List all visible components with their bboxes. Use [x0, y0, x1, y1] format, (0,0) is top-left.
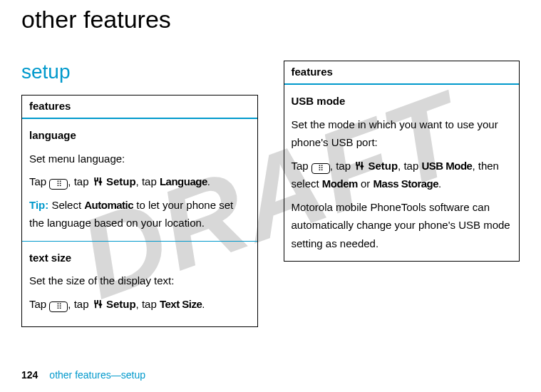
- path-setup-label: Setup: [103, 298, 136, 310]
- feature-row-language: language Set menu language: Tap , tap Se…: [22, 119, 257, 242]
- path-text: Tap: [29, 298, 49, 310]
- right-column: features USB mode Set the mode in which …: [284, 61, 520, 327]
- feature-path-language: Tap , tap Setup, tap Language.: [29, 172, 250, 191]
- feature-desc-language: Set menu language:: [29, 150, 250, 168]
- feature-title-language: language: [29, 126, 250, 145]
- feature-title-textsize: text size: [29, 249, 250, 267]
- path-text: , tap: [136, 175, 160, 187]
- feature-row-usb: USB mode Set the mode in which you want …: [284, 85, 520, 261]
- menu-button-icon: [311, 163, 330, 174]
- feature-path-usb: Tap , tap Setup, tap USB Mode, then sele…: [292, 157, 512, 193]
- feature-header-left: features: [22, 96, 257, 119]
- setup-tools-icon: [92, 174, 103, 185]
- path-period: .: [438, 177, 441, 190]
- menu-button-icon: [49, 179, 68, 190]
- page-footer: 124other features—setup: [21, 369, 145, 381]
- tip-automatic-label: Automatic: [84, 199, 133, 211]
- path-text: , tap: [330, 160, 354, 172]
- page-title: other features: [21, 6, 520, 33]
- setup-tools-icon: [354, 158, 365, 169]
- menu-button-icon: [49, 301, 68, 312]
- path-period: .: [207, 175, 210, 187]
- feature-path-textsize: Tap , tap Setup, tap Text Size.: [29, 295, 250, 314]
- path-setup-label: Setup: [103, 175, 136, 187]
- path-language-label: Language: [160, 175, 207, 187]
- feature-box-right: features USB mode Set the mode in which …: [284, 61, 520, 262]
- page-content: other features setup features language S…: [0, 0, 541, 327]
- path-text: , tap: [398, 160, 421, 172]
- path-setup-label: Setup: [365, 160, 398, 172]
- feature-box-left: features language Set menu language: Tap…: [21, 95, 258, 327]
- section-heading: setup: [21, 61, 258, 83]
- feature-desc-usb: Set the mode in which you want to use yo…: [292, 115, 512, 152]
- path-text: or: [358, 177, 373, 190]
- setup-tools-icon: [92, 296, 103, 307]
- path-period: .: [202, 298, 205, 310]
- feature-note-usb: Motorola mobile PhoneTools software can …: [292, 198, 512, 253]
- page-number: 124: [21, 369, 38, 381]
- footer-breadcrumb: other features—setup: [49, 369, 145, 381]
- tip-label: Tip:: [29, 199, 48, 211]
- path-textsize-label: Text Size: [160, 298, 202, 310]
- feature-desc-textsize: Set the size of the display text:: [29, 272, 250, 290]
- path-text: , tap: [68, 298, 91, 310]
- feature-row-textsize: text size Set the size of the display te…: [22, 242, 257, 327]
- left-column: setup features language Set menu languag…: [21, 61, 258, 327]
- tip-text: Select: [48, 199, 84, 211]
- feature-header-right: features: [284, 61, 520, 85]
- path-text: Tap: [292, 160, 311, 172]
- feature-tip: Tip: Select Automatic to let your phone …: [29, 196, 250, 232]
- path-text: Tap: [29, 175, 49, 187]
- feature-title-usb: USB mode: [292, 92, 512, 110]
- path-text: , tap: [68, 175, 91, 187]
- columns-container: setup features language Set menu languag…: [21, 61, 520, 327]
- path-usbmode-label: USB Mode: [421, 160, 472, 172]
- path-massstorage-label: Mass Storage: [373, 177, 439, 190]
- path-text: , tap: [136, 298, 160, 310]
- path-modem-label: Modem: [322, 177, 358, 190]
